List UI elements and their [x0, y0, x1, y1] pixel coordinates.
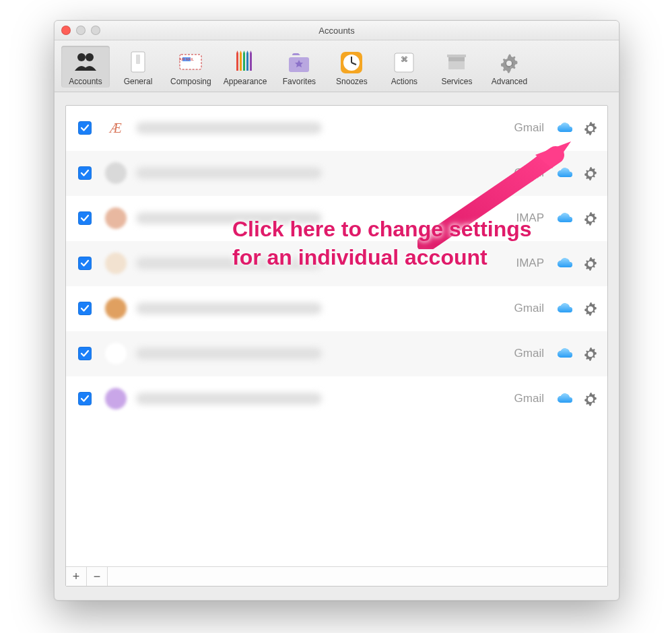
zoom-window-button[interactable] — [91, 26, 100, 35]
cloud-icon[interactable] — [556, 211, 574, 225]
cloud-icon[interactable] — [556, 257, 574, 270]
account-type-label: Gmail — [507, 347, 544, 360]
traffic-lights — [61, 26, 100, 35]
account-email — [136, 257, 322, 269]
account-row[interactable]: Æ Gmail — [66, 106, 607, 151]
close-window-button[interactable] — [61, 26, 71, 35]
account-enabled-checkbox[interactable] — [78, 392, 92, 405]
account-type-label: Gmail — [507, 392, 544, 405]
account-type-label: Gmail — [507, 302, 544, 315]
preferences-window: Accounts Accounts General Composing Appe… — [54, 20, 619, 601]
cloud-icon[interactable] — [556, 392, 574, 405]
account-settings-gear-icon[interactable] — [583, 121, 598, 135]
cloud-icon[interactable] — [556, 302, 574, 315]
account-type-label: IMAP — [507, 211, 544, 225]
account-type-label: Gmail — [507, 121, 544, 135]
account-enabled-checkbox[interactable] — [78, 347, 92, 360]
account-email — [136, 167, 322, 179]
cloud-icon[interactable] — [556, 121, 574, 135]
toolbar-tab-label: Composing — [170, 77, 211, 86]
favorites-icon — [285, 48, 312, 75]
general-icon — [125, 48, 152, 75]
toolbar-tab-label: Services — [441, 77, 472, 86]
account-type-label: Gmail — [507, 166, 544, 180]
account-settings-gear-icon[interactable] — [583, 211, 598, 226]
composing-icon — [177, 48, 204, 75]
toolbar-tab-label: Advanced — [492, 77, 527, 86]
account-enabled-checkbox[interactable] — [78, 211, 92, 225]
toolbar-tab-snoozes[interactable]: Snoozes — [327, 46, 376, 88]
preferences-toolbar: Accounts General Composing Appearance Fa… — [55, 40, 619, 92]
cloud-icon[interactable] — [556, 166, 574, 180]
account-avatar — [105, 253, 127, 274]
services-icon — [443, 48, 470, 75]
account-avatar — [105, 343, 127, 364]
account-email — [136, 302, 322, 314]
account-avatar — [105, 207, 127, 229]
toolbar-tab-label: General — [124, 77, 153, 86]
toolbar-tab-label: Accounts — [69, 77, 102, 86]
account-settings-gear-icon[interactable] — [583, 391, 598, 406]
toolbar-tab-label: Appearance — [224, 77, 267, 86]
add-account-button[interactable]: + — [66, 567, 87, 586]
toolbar-tab-general[interactable]: General — [114, 46, 162, 88]
account-avatar — [105, 298, 127, 319]
account-email — [136, 393, 322, 405]
accounts-list: Æ Gmail Gmail IMAP IMAP — [66, 106, 607, 566]
account-email — [136, 122, 322, 134]
account-avatar: Æ — [105, 117, 127, 139]
account-enabled-checkbox[interactable] — [78, 121, 92, 135]
account-enabled-checkbox[interactable] — [78, 166, 92, 180]
toolbar-tab-label: Actions — [391, 77, 417, 86]
account-email — [136, 347, 322, 360]
account-row[interactable]: Gmail — [66, 151, 607, 196]
account-row[interactable]: Gmail — [66, 376, 607, 422]
account-row[interactable]: Gmail — [66, 331, 607, 376]
remove-account-button[interactable]: − — [87, 567, 108, 586]
account-settings-gear-icon[interactable] — [583, 256, 598, 271]
toolbar-tab-appearance[interactable]: Appearance — [220, 46, 271, 88]
accounts-icon — [72, 48, 99, 75]
actions-icon — [391, 48, 417, 75]
toolbar-tab-composing[interactable]: Composing — [166, 46, 215, 88]
account-row[interactable]: IMAP — [66, 241, 607, 286]
account-settings-gear-icon[interactable] — [583, 301, 598, 316]
account-enabled-checkbox[interactable] — [78, 257, 92, 270]
appearance-icon — [232, 48, 259, 75]
minimize-window-button[interactable] — [76, 26, 86, 35]
accounts-panel: Æ Gmail Gmail IMAP IMAP — [65, 105, 608, 587]
account-enabled-checkbox[interactable] — [78, 302, 92, 315]
list-footer: + − — [66, 566, 607, 586]
toolbar-tab-actions[interactable]: Actions — [380, 46, 428, 88]
toolbar-tab-services[interactable]: Services — [432, 46, 481, 88]
snoozes-icon — [338, 48, 365, 75]
account-avatar — [105, 388, 127, 409]
toolbar-tab-label: Snoozes — [336, 77, 368, 86]
window-title: Accounts — [318, 26, 354, 36]
account-row[interactable]: IMAP — [66, 196, 607, 241]
cloud-icon[interactable] — [556, 347, 574, 360]
toolbar-tab-accounts[interactable]: Accounts — [61, 46, 110, 88]
toolbar-tab-favorites[interactable]: Favorites — [275, 46, 323, 88]
account-avatar — [105, 162, 127, 184]
account-row[interactable]: Gmail — [66, 286, 607, 331]
advanced-icon — [496, 48, 523, 75]
account-settings-gear-icon[interactable] — [583, 166, 598, 180]
toolbar-tab-label: Favorites — [283, 77, 316, 86]
account-email — [136, 212, 322, 224]
titlebar: Accounts — [55, 21, 619, 40]
account-settings-gear-icon[interactable] — [583, 346, 598, 361]
toolbar-tab-advanced[interactable]: Advanced — [485, 46, 533, 88]
account-type-label: IMAP — [507, 257, 544, 270]
